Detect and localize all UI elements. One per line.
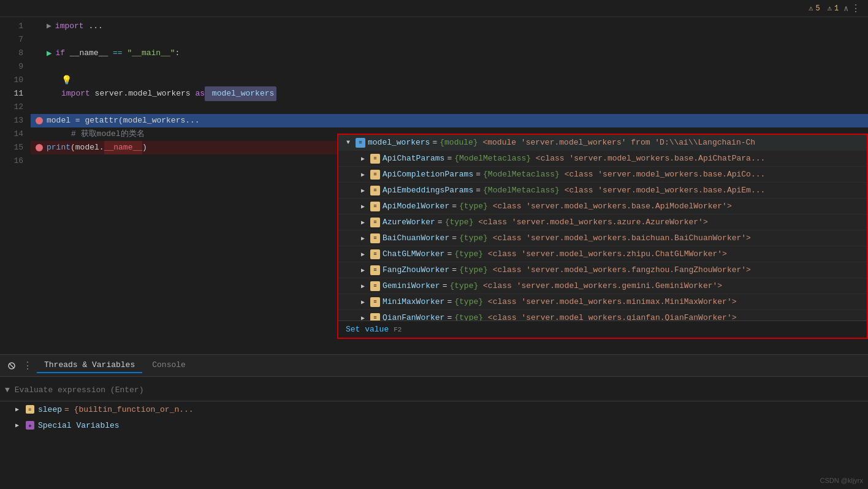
expand-arrow-special[interactable]: ▶ — [12, 420, 22, 430]
eval-input[interactable] — [15, 385, 863, 395]
expand-arrow-api-completion[interactable]: ▶ — [358, 170, 368, 180]
var-name-model-workers: model_workers — [368, 138, 430, 147]
breakpoint-15[interactable] — [36, 144, 43, 151]
keyword-if: if — [55, 47, 65, 60]
var-eq-minimax: = — [447, 297, 452, 306]
var-equals-model-workers: = — [432, 138, 437, 147]
expand-button[interactable]: ⋮ — [851, 2, 861, 15]
var-val-api-model: <class 'server.model_workers.base.ApiMod… — [493, 202, 732, 211]
var-row-baichuan[interactable]: ▶ ≡ BaiChuanWorker = {type} <class 'serv… — [338, 230, 867, 246]
variables-panel: ▼ ▶ ≡ sleep = {builtin_function_or_n... … — [0, 377, 868, 489]
var-eq-fangzhou: = — [452, 265, 457, 275]
var-row-api-embeddings[interactable]: ▶ ≡ ApiEmbeddingsParams = {ModelMetaclas… — [338, 183, 867, 199]
var-name-qianfan: QianFanWorker — [383, 313, 444, 320]
debug-icon-btn[interactable] — [5, 359, 18, 373]
warning-badge: ⚠ 5 ⚠ 1 — [809, 4, 839, 13]
no-breakpoint-1 — [36, 23, 43, 30]
expand-arrow-gemini[interactable]: ▶ — [358, 281, 368, 291]
op-eq: == — [113, 47, 123, 60]
set-value-button[interactable]: Set value — [346, 325, 389, 334]
expand-arrow-api-embeddings[interactable]: ▶ — [358, 186, 368, 195]
ellipsis-icon: ⋮ — [23, 360, 32, 372]
var-val-minimax: <class 'server.model_workers.minimax.Min… — [488, 297, 737, 306]
collapse-button[interactable]: ∧ — [843, 4, 848, 13]
expand-arrow-api-model[interactable]: ▶ — [358, 202, 368, 211]
no-breakpoint-14 — [36, 131, 43, 138]
var-entry-special[interactable]: ▶ ◈ Special Variables — [0, 417, 868, 433]
no-breakpoint-8 — [36, 50, 43, 57]
var-row-gemini[interactable]: ▶ ≡ GeminiWorker = {type} <class 'server… — [338, 278, 867, 294]
expand-arrow-chatglm[interactable]: ▶ — [358, 249, 368, 259]
var-row-minimax[interactable]: ▶ ≡ MiniMaxWorker = {type} <class 'serve… — [338, 294, 867, 310]
var-row-fangzhou[interactable]: ▶ ≡ FangZhouWorker = {type} <class 'serv… — [338, 262, 867, 278]
expand-arrow-minimax[interactable]: ▶ — [358, 297, 368, 307]
var-eq-azure: = — [438, 218, 443, 227]
var-row-azure-worker[interactable]: ▶ ≡ AzureWorker = {type} <class 'server.… — [338, 214, 867, 230]
code-line-8: ▶ if __name__ == "__main__" : — [31, 47, 868, 60]
var-icon-chatglm: ≡ — [370, 249, 380, 259]
expand-arrow-api-chat[interactable]: ▶ — [358, 154, 368, 164]
var-row-chatglm[interactable]: ▶ ≡ ChatGLMWorker = {type} <class 'serve… — [338, 246, 867, 262]
var-name-special: Special Variables — [38, 421, 120, 430]
tab-threads-variables[interactable]: Threads & Variables — [37, 358, 142, 373]
no-breakpoint-16 — [36, 157, 43, 165]
var-row-qianfan[interactable]: ▶ ≡ QianFanWorker = {type} <class 'serve… — [338, 310, 867, 320]
var-row-api-chat-params[interactable]: ▶ ≡ ApiChatParams = {ModelMetaclass} <cl… — [338, 151, 867, 167]
var-icon-sleep: ≡ — [26, 405, 34, 414]
var-row-model-workers[interactable]: ▼ ≡ model_workers = {module} <module 'se… — [338, 135, 867, 151]
var-icon-api-completion: ≡ — [370, 170, 380, 180]
var-val-chatglm: <class 'server.model_workers.zhipu.ChatG… — [488, 249, 727, 259]
var-type-api-completion: {ModelMetaclass} — [483, 170, 565, 179]
var-type-chatglm: {type} — [454, 249, 488, 259]
keyword-import-1: import — [55, 20, 84, 33]
more-options-btn[interactable]: ⋮ — [21, 359, 34, 373]
expand-arrow-qianfan[interactable]: ▶ — [358, 313, 368, 321]
ellipsis-1: ... — [84, 20, 103, 33]
expand-arrow-fangzhou[interactable]: ▶ — [358, 265, 368, 275]
var-name-gemini: GeminiWorker — [383, 281, 440, 290]
var-eq-qianfan: = — [447, 313, 452, 320]
main-str: "__main__" — [123, 47, 175, 60]
keyword-as-11: as — [195, 87, 205, 100]
var-type-fangzhou: {type} — [459, 265, 493, 275]
var-icon-api-embeddings: ≡ — [370, 186, 380, 195]
expand-arrow-model-workers[interactable]: ▼ — [343, 138, 353, 148]
var-icon-gemini: ≡ — [370, 281, 380, 291]
var-type-baichuan: {type} — [459, 233, 493, 243]
expand-arrow-baichuan[interactable]: ▶ — [358, 233, 368, 243]
variable-panel-scroll: ▼ ≡ model_workers = {module} <module 'se… — [338, 135, 867, 320]
highlight-model-workers: model_workers — [205, 86, 276, 101]
var-val-azure: <class 'server.model_workers.azure.Azure… — [478, 218, 707, 227]
eval-bar: ▼ — [0, 379, 868, 401]
var-eq-api-model: = — [452, 202, 457, 211]
eval-dropdown-arrow[interactable]: ▼ — [5, 385, 10, 395]
run-indicator-8: ▶ — [47, 47, 51, 60]
debug-icon — [7, 361, 17, 371]
var-icon-api-chat: ≡ — [370, 154, 380, 164]
bottom-tabs: ⋮ Threads & Variables Console — [0, 355, 868, 377]
line-num-13: 13 — [0, 114, 23, 127]
error-count: 1 — [834, 4, 839, 13]
code-line-11: import server.model_workers as model_wor… — [31, 87, 868, 100]
line-num-7: 7 — [0, 33, 23, 47]
collapse-arrow-1[interactable]: ▶ — [47, 20, 51, 33]
code-line-9 — [31, 60, 868, 74]
tab-console[interactable]: Console — [145, 358, 193, 373]
module-path-11: server.model_workers — [90, 87, 196, 100]
editor-header: ⚠ 5 ⚠ 1 ∧ ⋮ — [0, 0, 868, 17]
var-row-api-model-worker[interactable]: ▶ ≡ ApiModelWorker = {type} <class 'serv… — [338, 199, 867, 214]
line-num-10: 10 — [0, 74, 23, 87]
var-row-api-completion[interactable]: ▶ ≡ ApiCompletionParams = {ModelMetaclas… — [338, 167, 867, 183]
var-entry-sleep[interactable]: ▶ ≡ sleep = {builtin_function_or_n... — [0, 401, 868, 417]
expand-arrow-sleep[interactable]: ▶ — [12, 404, 22, 414]
line-num-9: 9 — [0, 60, 23, 74]
expand-arrow-azure[interactable]: ▶ — [358, 218, 368, 227]
code-line-10: 💡 — [31, 74, 868, 87]
keyword-import-11: import — [61, 87, 90, 100]
breakpoint-13[interactable] — [36, 117, 43, 124]
var-value-model-workers: <module 'server.model_workers' from 'D:\… — [482, 138, 755, 147]
print-close: ) — [142, 141, 147, 154]
lightbulb-icon[interactable]: 💡 — [61, 74, 72, 87]
bottom-content: ▼ ▶ ≡ sleep = {builtin_function_or_n... … — [0, 377, 868, 489]
colon-8: : — [175, 47, 180, 60]
